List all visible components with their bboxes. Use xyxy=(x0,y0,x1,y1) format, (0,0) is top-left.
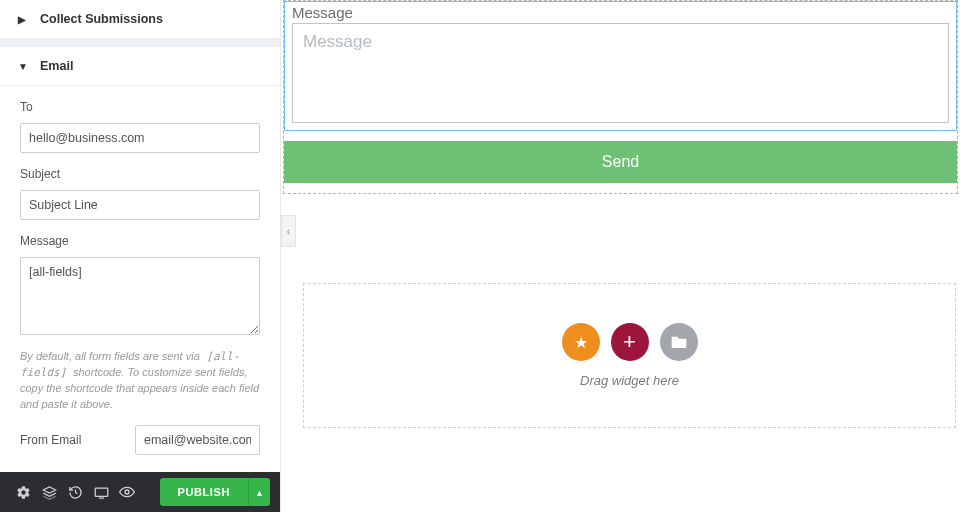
form-widget[interactable]: Message Message Send xyxy=(283,0,958,194)
svg-rect-0 xyxy=(95,488,108,496)
gear-icon[interactable] xyxy=(10,478,36,506)
help-text: By default, all form fields are sent via… xyxy=(20,349,260,413)
to-label: To xyxy=(20,100,260,114)
divider xyxy=(0,39,280,47)
history-icon[interactable] xyxy=(62,478,88,506)
bottom-toolbar: PUBLISH ▴ xyxy=(0,472,280,512)
section-label: Email xyxy=(40,59,73,73)
message-canvas-textarea[interactable]: Message xyxy=(292,23,949,123)
from-email-label: From Email xyxy=(20,433,81,447)
send-button[interactable]: Send xyxy=(284,141,957,183)
responsive-icon[interactable] xyxy=(88,478,114,506)
message-field-wrap[interactable]: Message Message xyxy=(284,1,957,131)
chevron-right-icon: ▶ xyxy=(18,14,32,25)
message-label: Message xyxy=(20,234,260,248)
sidebar-collapse-handle[interactable]: ‹ xyxy=(281,215,296,247)
navigator-icon[interactable] xyxy=(36,478,62,506)
section-email[interactable]: ▼ Email xyxy=(0,47,280,86)
sidebar: ▶ Collect Submissions ▼ Email To Subject… xyxy=(0,0,281,512)
field-label: Message xyxy=(292,2,949,23)
email-panel: To Subject Message By default, all form … xyxy=(0,86,280,472)
add-widget-button[interactable]: + xyxy=(611,323,649,361)
section-label: Collect Submissions xyxy=(40,12,163,26)
to-input[interactable] xyxy=(20,123,260,153)
section-collect-submissions[interactable]: ▶ Collect Submissions xyxy=(0,0,280,39)
publish-button[interactable]: PUBLISH xyxy=(160,478,248,506)
chevron-down-icon: ▼ xyxy=(18,61,32,72)
svg-point-1 xyxy=(125,490,129,494)
dropzone[interactable]: ★ + Drag widget here xyxy=(303,283,956,428)
subject-input[interactable] xyxy=(20,190,260,220)
chevron-left-icon: ‹ xyxy=(287,226,290,237)
dropzone-label: Drag widget here xyxy=(580,373,679,388)
caret-up-icon: ▴ xyxy=(257,487,262,498)
from-email-input[interactable] xyxy=(135,425,260,455)
plus-icon: + xyxy=(623,331,636,353)
subject-label: Subject xyxy=(20,167,260,181)
folder-icon xyxy=(671,335,687,349)
canvas: Message Message Send ★ + Drag wi xyxy=(281,0,960,512)
message-textarea[interactable] xyxy=(20,257,260,335)
star-icon: ★ xyxy=(574,333,588,352)
starred-widgets-button[interactable]: ★ xyxy=(562,323,600,361)
template-library-button[interactable] xyxy=(660,323,698,361)
publish-more-button[interactable]: ▴ xyxy=(248,478,270,506)
preview-icon[interactable] xyxy=(114,478,140,506)
